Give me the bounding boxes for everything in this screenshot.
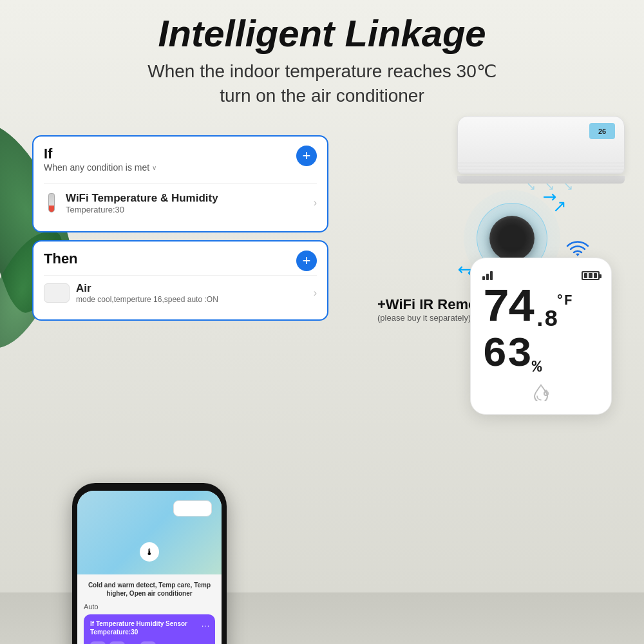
then-card-header: Then + <box>44 251 317 271</box>
if-card: If When any condition is met ∨ + WiFi Te… <box>32 135 328 232</box>
ac-section: 26 <box>457 116 625 184</box>
then-label: Then <box>44 251 78 267</box>
wifi-svg <box>566 238 589 258</box>
phone-card-title: If Temperature Humidity Sensor Temperatu… <box>90 620 209 636</box>
sensor-device-body: 74.8°F 63% <box>470 258 612 415</box>
sensor-detail: Temperature:30 <box>66 205 218 214</box>
air-name: Air <box>76 282 218 295</box>
sensor-info: WiFi Temperature & Humidity Temperature:… <box>66 192 218 214</box>
phone-description: Cold and warm detect, Temp care, Temp hi… <box>84 581 215 598</box>
temp-unit: °F <box>556 293 573 309</box>
phone-more-button[interactable]: ... <box>202 620 210 629</box>
ac-grille <box>458 160 624 173</box>
condition-text: When any condition is met <box>44 162 149 173</box>
battery-seg-2 <box>589 273 592 278</box>
battery-icon <box>582 271 600 280</box>
battery-seg-1 <box>584 273 587 278</box>
sensor-top-bar <box>482 271 600 280</box>
air-row-chevron-icon[interactable]: › <box>314 287 317 299</box>
humidity-drop-icon <box>528 382 554 401</box>
ac-display: 26 <box>589 123 615 139</box>
sensor-left: WiFi Temperature & Humidity Temperature:… <box>44 190 218 216</box>
air-detail: mode cool,temperture 16,speed auto :ON <box>76 295 218 304</box>
temp-value: 74 <box>482 282 533 335</box>
phone-mini-icon-3: ❄ <box>140 641 156 644</box>
sensor-row: WiFi Temperature & Humidity Temperature:… <box>44 183 317 222</box>
air-row: Air mode cool,temperture 16,speed auto :… <box>44 275 317 310</box>
page-subtitle: When the indoor temperature reaches 30℃ … <box>0 59 644 108</box>
phone-auto-label: Auto <box>84 603 215 611</box>
temperature-display: 74.8°F <box>482 285 600 332</box>
phone-icons-row: 🌡 💧 → ❄ <box>90 641 209 644</box>
signal-bar-1 <box>482 276 485 280</box>
if-add-button[interactable]: + <box>296 146 317 166</box>
page-title: Intelligent Linkage <box>0 13 644 54</box>
condition-row[interactable]: When any condition is met ∨ <box>44 162 156 173</box>
thermometer-icon <box>44 190 59 216</box>
temp-decimal: .8 <box>533 307 555 333</box>
air-conditioner-icon <box>44 283 70 303</box>
title-section: Intelligent Linkage When the indoor temp… <box>0 13 644 108</box>
phone-sensor-icon: 🌡 <box>140 542 159 562</box>
humidity-display: 63% <box>482 334 600 375</box>
if-label: If <box>44 146 156 162</box>
if-card-left: If When any condition is met ∨ <box>44 146 156 179</box>
subtitle-line2: turn on the air conditioner <box>220 86 424 106</box>
thermometer-shape <box>48 193 55 213</box>
sensor-bottom-icon <box>482 382 600 401</box>
phone-automation-card[interactable]: ... If Temperature Humidity Sensor Tempe… <box>84 614 215 644</box>
ac-unit-body: 26 <box>457 116 625 174</box>
signal-bars <box>482 271 493 280</box>
sensor-row-chevron-icon[interactable]: › <box>314 197 317 209</box>
humidity-unit: % <box>532 357 542 377</box>
ir-arrow-right-top: ↗ <box>553 196 567 216</box>
phone-ac-unit-icon <box>173 500 212 516</box>
sensor-name: WiFi Temperature & Humidity <box>66 192 218 205</box>
phone-content: Cold and warm detect, Temp care, Temp hi… <box>77 574 222 644</box>
sensor-device: 74.8°F 63% <box>470 258 612 415</box>
battery-seg-3 <box>594 273 597 278</box>
phone-mini-icon-2: 💧 <box>109 641 125 644</box>
phone-mockup: 🌡 Cold and warm detect, Temp care, Temp … <box>72 483 227 644</box>
ir-remote-device <box>489 216 535 261</box>
phone-header-image: 🌡 <box>77 491 222 574</box>
phone-screen: 🌡 Cold and warm detect, Temp care, Temp … <box>77 491 222 644</box>
left-panel: If When any condition is met ∨ + WiFi Te… <box>32 135 328 328</box>
air-left: Air mode cool,temperture 16,speed auto :… <box>44 282 218 304</box>
then-card: Then + Air mode cool,temperture 16,speed… <box>32 240 328 321</box>
humidity-value: 63 <box>482 332 532 378</box>
then-add-button[interactable]: + <box>296 251 317 271</box>
phone-mini-icon-1: 🌡 <box>90 641 106 644</box>
subtitle-line1: When the indoor temperature reaches 30℃ <box>147 61 497 81</box>
if-card-header: If When any condition is met ∨ + <box>44 146 317 179</box>
air-info: Air mode cool,temperture 16,speed auto :… <box>76 282 218 304</box>
condition-chevron-icon: ∨ <box>152 164 156 171</box>
wind-arrow-3: ↗ <box>562 182 576 191</box>
signal-bar-3 <box>490 271 493 280</box>
signal-bar-2 <box>486 274 489 280</box>
